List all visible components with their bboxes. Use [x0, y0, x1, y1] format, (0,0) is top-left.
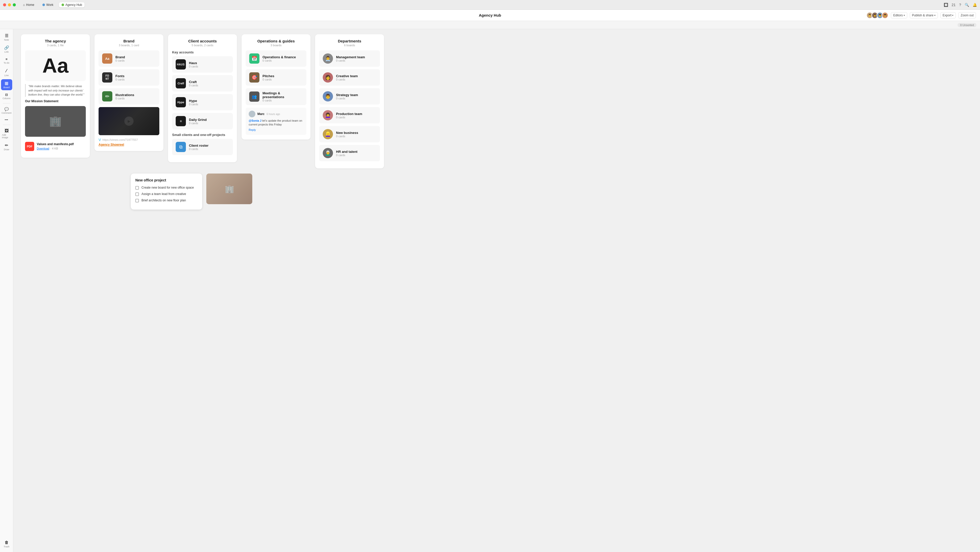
ops-finance-card-info: Operations & finance 0 cards: [262, 55, 303, 62]
export-button[interactable]: Export ▾: [940, 12, 956, 18]
client-card-haus[interactable]: HAUS Haus 0 cards: [172, 56, 233, 73]
tool-comment[interactable]: 💬 Comment: [1, 105, 12, 116]
zoom-out-button[interactable]: Zoom out: [958, 12, 976, 18]
sidebar-tools: ☰ Note 🔗 Link ≡ To-do ⁄ Line ▦ Board ⊟ C…: [0, 29, 13, 552]
fullscreen-button[interactable]: [13, 3, 16, 6]
hr-card-count: 0 cards: [336, 153, 376, 157]
strategy-card-info: Strategy team 0 cards: [336, 93, 376, 100]
tab-work[interactable]: Work: [40, 2, 56, 7]
tool-todo[interactable]: ≡ To-do: [1, 56, 12, 66]
comment-text: @Sonia J let's update the product team o…: [249, 119, 303, 127]
bell-icon[interactable]: 🔔: [973, 3, 977, 7]
showreel-link[interactable]: Agency Showreel: [99, 143, 159, 147]
hype-card-count: 0 cards: [189, 103, 229, 106]
video-thumbnail[interactable]: ▶: [99, 107, 159, 135]
brand-card-fonts[interactable]: FONT Fonts 0 cards: [99, 69, 159, 86]
fonts-card-count: 0 cards: [115, 78, 156, 81]
client-card-roster[interactable]: ⧉ Client roster 0 cards: [172, 139, 233, 155]
hype-icon: Hype: [176, 97, 186, 107]
dept-card-hr[interactable]: 👨‍🦳 HR and talent 0 cards: [319, 145, 380, 161]
help-icon[interactable]: ?: [959, 3, 961, 7]
ops-card-finance[interactable]: 📅 Operations & finance 0 cards: [246, 50, 306, 67]
notifications-icon[interactable]: 🔲: [944, 3, 948, 7]
tab-home[interactable]: ⌂ Home: [21, 2, 37, 7]
production-card-info: Production team 0 cards: [336, 112, 376, 119]
ops-col-meta: 3 boards: [246, 44, 306, 47]
tab-work-label: Work: [46, 3, 53, 6]
home-tab-icon: ⌂: [23, 3, 25, 6]
notification-count[interactable]: 21: [951, 3, 956, 7]
more-icon: •••: [5, 118, 8, 121]
ops-finance-card-count: 0 cards: [262, 59, 303, 62]
vimeo-link[interactable]: V https://vimeo.com/71977557: [99, 138, 159, 142]
haus-card-name: Haus: [189, 61, 229, 65]
publish-share-button[interactable]: Publish & share ▾: [910, 12, 938, 18]
pdf-info: Values and manifesto.pdf Download · 4 KB: [37, 142, 86, 150]
checkbox-2[interactable]: [135, 192, 139, 196]
illustrations-icon: ✏: [102, 91, 112, 102]
operations-column: Operations & guides 3 boards 📅 Operation…: [242, 34, 310, 140]
checkbox-1[interactable]: [135, 186, 139, 190]
hype-card-info: Hype 0 cards: [189, 99, 229, 106]
toolbar-right: 👨 👩 👦 👧 Editors ▾ Publish & share ▾ Expo…: [866, 12, 976, 19]
search-icon[interactable]: 🔍: [965, 3, 969, 7]
checklist-item-3: Brief architects on new floor plan: [135, 199, 197, 203]
tool-trash[interactable]: 🗑 Trash: [1, 539, 12, 549]
pdf-download-link[interactable]: Download: [37, 147, 49, 150]
client-card-daily-grind[interactable]: ≡ Daily Grind 0 cards: [172, 113, 233, 129]
brand-card-brand[interactable]: Aa Brand 0 cards: [99, 50, 159, 67]
dept-card-production[interactable]: 👩‍🦱 Production team 0 cards: [319, 107, 380, 123]
tool-more[interactable]: •••: [1, 117, 12, 123]
hr-card-info: HR and talent 0 cards: [336, 150, 376, 157]
tool-add-image[interactable]: 🖼 Add image: [1, 127, 12, 140]
app-title: Agency Hub: [479, 13, 501, 18]
tool-draw[interactable]: ✏ Draw: [1, 141, 12, 152]
tool-line[interactable]: ⁄ Line: [1, 67, 12, 78]
new-business-card-info: New business 0 cards: [336, 131, 376, 138]
hr-avatar: 👨‍🦳: [323, 148, 333, 158]
client-card-craft[interactable]: Craft Craft 0 cards: [172, 75, 233, 91]
management-card-info: Management team 0 cards: [336, 55, 376, 62]
comment-icon: 💬: [4, 107, 9, 111]
dept-card-management[interactable]: 👨‍💼 Management team 0 cards: [319, 50, 380, 67]
checkbox-3[interactable]: [135, 199, 139, 203]
fonts-card-name: Fonts: [115, 74, 156, 78]
roster-card-info: Client roster 0 cards: [189, 144, 229, 150]
ops-card-meetings[interactable]: 👥 Meetings & presentations 0 cards: [246, 88, 306, 105]
tool-link[interactable]: 🔗 Link: [1, 44, 12, 55]
close-button[interactable]: [3, 3, 6, 6]
column-icon: ⊟: [5, 93, 8, 97]
comment-mention[interactable]: @Sonia J: [249, 119, 261, 122]
checklist-item-2: Assign a team lead from creative: [135, 192, 197, 196]
board-icon: ▦: [5, 81, 8, 86]
hr-card-name: HR and talent: [336, 150, 376, 153]
office-photo: 🏢: [206, 174, 252, 204]
dept-card-creative[interactable]: 👩 Creative team 0 cards: [319, 69, 380, 86]
tool-board[interactable]: ▦ Board: [1, 79, 12, 90]
new-business-card-count: 0 cards: [336, 135, 376, 138]
tool-note[interactable]: ☰ Note: [1, 32, 12, 43]
agency-col-header: The agency 3 cards, 1 file: [25, 39, 86, 47]
dept-card-new-business[interactable]: 👱‍♀️ New business 0 cards: [319, 126, 380, 142]
client-card-hype[interactable]: Hype Hype 0 cards: [172, 94, 233, 110]
editors-button[interactable]: Editors ▾: [891, 12, 907, 18]
meetings-card-name: Meetings & presentations: [262, 91, 303, 99]
pitches-icon: 🎯: [249, 72, 259, 83]
reply-link[interactable]: Reply: [249, 128, 256, 131]
tab-agency-hub[interactable]: Agency Hub: [59, 2, 84, 7]
pdf-filename: Values and manifesto.pdf: [37, 142, 86, 146]
dept-card-strategy[interactable]: 👨 Strategy team 0 cards: [319, 88, 380, 105]
editors-chevron: ▾: [904, 14, 905, 17]
tool-column[interactable]: ⊟ Column: [1, 91, 12, 101]
creative-card-info: Creative team 0 cards: [336, 74, 376, 81]
add-image-icon: 🖼: [5, 129, 9, 133]
editor-avatars: 👨 👩 👦 👧: [866, 12, 888, 19]
agency-quote: "We make brands matter. We believe ideas…: [25, 84, 86, 97]
draw-icon: ✏: [5, 143, 8, 148]
minimize-button[interactable]: [8, 3, 11, 6]
agency-big-letter: Aa: [25, 50, 86, 81]
roster-card-count: 0 cards: [189, 147, 229, 150]
link-icon: 🔗: [4, 45, 9, 50]
ops-card-pitches[interactable]: 🎯 Pitches 0 cards: [246, 69, 306, 86]
brand-card-illustrations[interactable]: ✏ Illustrations 0 cards: [99, 88, 159, 105]
